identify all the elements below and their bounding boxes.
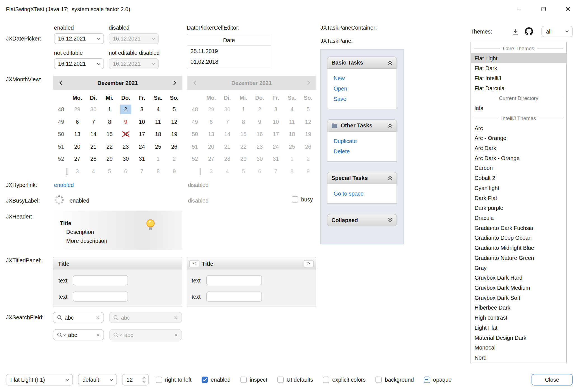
checkbox-group-enabled[interactable]: enabled [201,377,230,383]
calendar-day[interactable]: 17 [268,128,284,140]
calendar-day[interactable]: 23 [252,140,268,153]
task-pane-header[interactable]: Other Tasks [327,119,397,132]
busy-checkbox[interactable] [292,196,298,202]
theme-list-item[interactable]: Flat Dark [471,63,566,73]
task-link[interactable]: New [334,73,390,84]
calendar-day[interactable]: 6 [118,165,134,177]
maximize-button[interactable] [531,0,555,18]
calendar-day[interactable]: 5 [166,103,182,115]
calendar-day[interactable]: 25 [284,140,300,153]
table-header-date[interactable]: Date [187,34,271,46]
checkbox-group-ui-defaults[interactable]: UI defaults [277,377,313,383]
calendar-day[interactable]: 26 [166,140,182,153]
task-pane-header[interactable]: Basic Tasks [327,56,397,69]
theme-list-item[interactable]: Material Design Dark [471,332,566,343]
task-pane-header[interactable]: Collapsed [327,214,397,226]
hyperlink-enabled[interactable]: enabled [54,182,74,188]
minimize-button[interactable] [507,0,531,18]
theme-list-item[interactable]: Cyan light [471,183,566,193]
calendar-day[interactable]: 30 [252,153,268,165]
calendar-day[interactable]: 29 [69,103,85,115]
next-month-button[interactable] [167,76,183,90]
calendar-day[interactable]: 28 [85,153,102,165]
table-row[interactable]: 01.02.2018 [187,56,271,66]
checkbox-group-opaque[interactable]: opaque [424,377,452,383]
calendar-day[interactable]: 20 [203,140,219,153]
calendar-day[interactable]: 6 [203,115,219,128]
theme-list-item[interactable]: Flat IntelliJ [471,73,566,83]
calendar-day[interactable]: 8 [235,115,252,128]
calendar-day[interactable]: 2 [118,103,134,115]
calendar-day[interactable]: 30 [118,153,134,165]
theme-list-item[interactable]: lafs [471,103,566,113]
calendar-day[interactable]: 24 [134,140,150,153]
calendar-day[interactable]: 9 [166,165,182,177]
calendar-day[interactable]: 10 [268,115,284,128]
calendar-day[interactable]: 17 [134,128,150,140]
font-size-value[interactable]: 12 [122,374,140,385]
calendar-day[interactable]: 3 [268,103,284,115]
calendar-day[interactable]: 3 [134,103,150,115]
font-size-spinner[interactable]: 12 [122,374,148,386]
calendar-day[interactable]: 19 [300,128,316,140]
search-menu-icon[interactable] [57,332,66,338]
calendar-day[interactable]: 7 [134,165,150,177]
text-input[interactable] [206,275,262,285]
clear-icon[interactable]: ✕ [96,315,100,320]
calendar-day[interactable]: 1 [102,103,118,115]
calendar-day[interactable]: 5 [300,103,316,115]
checkbox-background[interactable] [376,377,382,383]
spinner-down-button[interactable] [142,381,146,383]
calendar-day[interactable]: 31 [268,153,284,165]
collapse-icon[interactable] [388,175,392,180]
theme-list-item[interactable]: Gruvbox Dark Soft [471,293,566,303]
theme-list-item[interactable]: Gruvbox Dark Hard [471,273,566,283]
theme-list-item[interactable]: Nord [471,353,566,363]
github-icon[interactable] [525,27,534,36]
calendar-day[interactable]: 6 [252,165,268,177]
checkbox-ui-defaults[interactable] [277,377,284,383]
titledpanel-next-button[interactable]: > [304,260,314,267]
theme-list-item[interactable]: Gray [471,263,566,273]
theme-list-item[interactable]: Dracula [471,213,566,223]
calendar-day[interactable]: 7 [219,115,235,128]
task-link[interactable]: Duplicate [334,136,390,146]
calendar-day[interactable]: 9 [300,165,316,177]
collapse-icon[interactable] [388,60,392,65]
theme-list-item[interactable]: Arc [471,123,566,133]
calendar-day[interactable]: 8 [150,165,166,177]
theme-list-item[interactable]: Gruvbox Dark Medium [471,283,566,293]
calendar-day[interactable]: 3 [69,165,85,177]
laf-combo[interactable]: Flat Light (F1) [6,374,73,386]
calendar-day[interactable]: 24 [268,140,284,153]
calendar-day[interactable]: 11 [284,115,300,128]
theme-list-item[interactable]: Gradianto Midnight Blue [471,243,566,253]
theme-list-item[interactable]: Arc - Orange [471,133,566,143]
calendar-day[interactable]: 5 [235,165,252,177]
calendar-day[interactable]: 2 [166,153,182,165]
theme-list-item[interactable]: Flat Darcula [471,83,566,93]
clear-icon[interactable]: ✕ [96,332,100,337]
search-input[interactable]: abc [68,332,93,338]
calendar-day[interactable]: 6 [69,115,85,128]
collapse-icon[interactable] [388,123,392,128]
style-combo[interactable]: default [78,374,117,386]
datepicker-dropdown-button[interactable] [94,59,104,69]
calendar-day[interactable]: 8 [102,115,118,128]
checkbox-group-explicit-colors[interactable]: explicit colors [323,377,366,383]
checkbox-group-right-to-left[interactable]: right-to-left [156,377,192,383]
task-link[interactable]: Go to space [334,189,390,199]
titledpanel-prev-button[interactable]: < [189,260,199,267]
calendar-day[interactable]: 16 [118,128,134,140]
calendar-day[interactable]: 21 [219,140,235,153]
task-link[interactable]: Open [334,84,390,94]
calendar-day[interactable]: 4 [85,165,102,177]
calendar-day[interactable]: 22 [102,140,118,153]
calendar-day[interactable]: 5 [102,165,118,177]
theme-list-item[interactable]: Flat Light [471,53,566,63]
calendar-day[interactable]: 31 [134,153,150,165]
calendar-day[interactable]: 22 [235,140,252,153]
datepicker-enabled[interactable]: 16.12.2021 [54,33,104,44]
calendar-day[interactable]: 1 [235,103,252,115]
calendar-day[interactable]: 30 [85,103,102,115]
